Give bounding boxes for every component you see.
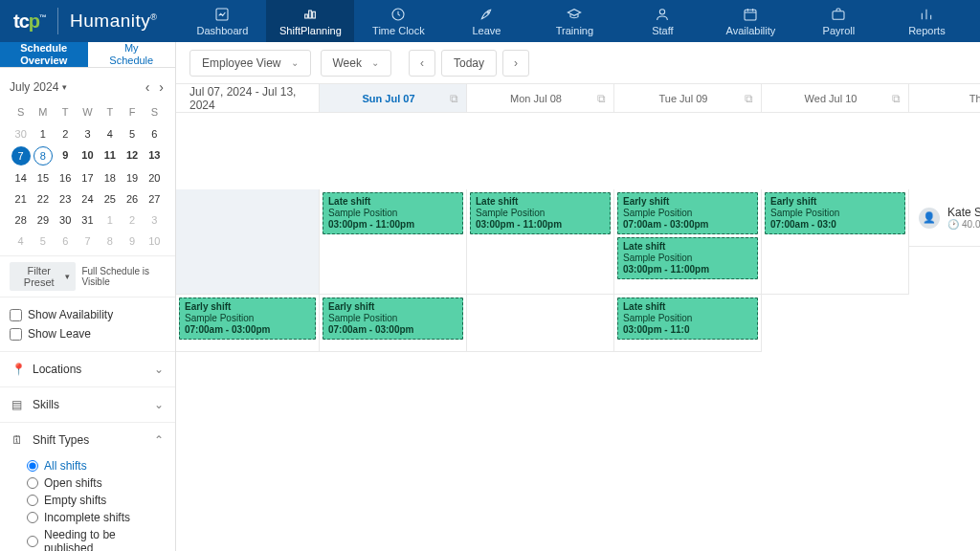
shift-type-radio[interactable]: Open shifts <box>27 474 164 492</box>
calendar-day[interactable]: 4 <box>99 123 121 144</box>
calendar-day[interactable]: 30 <box>10 123 32 144</box>
acc-locations[interactable]: 📍 Locations⌄ <box>0 352 175 386</box>
schedule-cell[interactable]: Early shiftSample Position07:00am - 03:0… <box>614 189 762 295</box>
calendar-day[interactable]: 8 <box>33 146 53 165</box>
calendar-day[interactable]: 21 <box>10 188 32 209</box>
shift-type-radio[interactable]: Incomplete shifts <box>27 509 164 526</box>
calendar-day[interactable]: 22 <box>32 188 54 209</box>
nav-dashboard[interactable]: Dashboard <box>178 0 266 42</box>
view-select[interactable]: Employee View⌄ <box>189 50 311 77</box>
schedule-cell[interactable]: Late shiftSample Position03:00pm - 11:00… <box>320 189 467 295</box>
nav-timeclock[interactable]: Time Clock <box>354 0 442 42</box>
shift-card[interactable]: Late shiftSample Position03:00pm - 11:0 <box>617 298 758 340</box>
calendar-day[interactable]: 24 <box>77 188 99 209</box>
tab-schedule-overview[interactable]: Schedule Overview <box>0 42 88 67</box>
show-availability-checkbox[interactable]: Show Availability <box>10 305 166 324</box>
calendar-day[interactable]: 29 <box>32 209 54 231</box>
calendar-day[interactable]: 31 <box>77 209 99 231</box>
nav-staff[interactable]: Staff <box>618 0 706 42</box>
calendar-day[interactable]: 2 <box>55 123 77 144</box>
calendar-day[interactable]: 14 <box>10 167 32 188</box>
calendar-day[interactable]: 8 <box>99 231 121 252</box>
calendar-day[interactable]: 25 <box>99 188 121 209</box>
briefcase-icon <box>831 7 846 22</box>
calendar-day[interactable]: 1 <box>32 123 54 144</box>
acc-skills[interactable]: ▤ Skills⌄ <box>0 386 175 422</box>
schedule-cell[interactable]: Early shiftSample Position07:00am - 03:0… <box>320 295 467 352</box>
calendar-day[interactable]: 5 <box>121 123 143 144</box>
day-header[interactable]: Sun Jul 07⧉ <box>320 84 467 113</box>
copy-icon[interactable]: ⧉ <box>450 92 458 105</box>
calendar-day[interactable]: 6 <box>55 231 77 252</box>
calendar-day[interactable]: 13 <box>144 144 166 167</box>
day-header[interactable]: Tue Jul 09⧉ <box>614 84 762 113</box>
schedule-cell[interactable]: Late shiftSample Position03:00pm - 11:0 <box>614 295 762 352</box>
calendar-next[interactable]: › <box>157 77 166 97</box>
calendar-day[interactable]: 10 <box>144 231 166 252</box>
calendar-day[interactable]: 5 <box>32 231 54 252</box>
filter-preset-button[interactable]: Filter Preset ▾ <box>10 262 76 291</box>
calendar-day[interactable]: 1 <box>99 209 121 231</box>
nav-reports[interactable]: Reports <box>882 0 970 42</box>
calendar-day[interactable]: 3 <box>77 123 99 144</box>
shift-type-radio[interactable]: Empty shifts <box>27 492 164 509</box>
calendar-month-label[interactable]: July 2024 ▾ <box>10 80 67 94</box>
schedule-cell[interactable]: Late shiftSample Position03:00pm - 11:00… <box>467 189 614 295</box>
calendar-day[interactable]: 28 <box>10 209 32 231</box>
calendar-day[interactable]: 15 <box>32 167 54 188</box>
today-button[interactable]: Today <box>441 50 497 77</box>
schedule-cell[interactable] <box>467 295 614 352</box>
calendar-prev[interactable]: ‹ <box>144 77 152 97</box>
next-period-button[interactable]: › <box>502 50 529 77</box>
calendar-day[interactable]: 2 <box>121 209 143 231</box>
nav-training[interactable]: Training <box>530 0 618 42</box>
shift-card[interactable]: Early shiftSample Position07:00am - 03:0… <box>617 192 758 234</box>
nav-leave[interactable]: Leave <box>442 0 530 42</box>
shift-type-radio[interactable]: All shifts <box>27 457 164 474</box>
nav-shiftplanning[interactable]: ShiftPlanning <box>266 0 354 42</box>
acc-shift-types[interactable]: 🗓 Shift Types⌃ <box>0 422 175 457</box>
copy-icon[interactable]: ⧉ <box>892 92 901 105</box>
schedule-cell[interactable]: Early shiftSample Position07:00am - 03:0… <box>176 295 320 352</box>
day-header[interactable]: Thu J <box>909 84 980 113</box>
tab-my-schedule[interactable]: My Schedule <box>88 42 176 67</box>
shift-card[interactable]: Early shiftSample Position07:00am - 03:0… <box>179 298 316 340</box>
nav-availability[interactable]: Availability <box>706 0 794 42</box>
shift-type-radio[interactable]: Needing to be published <box>27 526 164 551</box>
staff-row-label[interactable]: 👤Kate Stacey🕑 40.00 <box>909 189 980 247</box>
calendar-day[interactable]: 26 <box>121 188 143 209</box>
calendar-day[interactable]: 9 <box>55 144 77 167</box>
calendar-day[interactable]: 6 <box>144 123 166 144</box>
calendar-day[interactable]: 9 <box>121 231 143 252</box>
schedule-cell[interactable] <box>176 189 320 295</box>
shift-card[interactable]: Late shiftSample Position03:00pm - 11:00… <box>470 192 611 234</box>
day-header[interactable]: Wed Jul 10⧉ <box>762 84 909 113</box>
copy-icon[interactable]: ⧉ <box>745 92 753 105</box>
show-leave-checkbox[interactable]: Show Leave <box>10 324 166 343</box>
copy-icon[interactable]: ⧉ <box>597 92 606 105</box>
calendar-day[interactable]: 7 <box>11 146 31 165</box>
schedule-cell[interactable]: Early shiftSample Position07:00am - 03:0 <box>762 189 909 295</box>
nav-payroll[interactable]: Payroll <box>794 0 882 42</box>
day-header[interactable]: Mon Jul 08⧉ <box>467 84 614 113</box>
calendar-day[interactable]: 11 <box>99 144 121 167</box>
shift-card[interactable]: Late shiftSample Position03:00pm - 11:00… <box>617 237 758 279</box>
calendar-day[interactable]: 12 <box>121 144 143 167</box>
calendar-day[interactable]: 23 <box>55 188 77 209</box>
shift-card[interactable]: Early shiftSample Position07:00am - 03:0 <box>765 192 905 234</box>
shift-card[interactable]: Early shiftSample Position07:00am - 03:0… <box>323 298 463 340</box>
calendar-day[interactable]: 7 <box>77 231 99 252</box>
calendar-day[interactable]: 20 <box>144 167 166 188</box>
calendar-day[interactable]: 10 <box>77 144 99 167</box>
calendar-day[interactable]: 16 <box>55 167 77 188</box>
shift-card[interactable]: Late shiftSample Position03:00pm - 11:00… <box>323 192 463 234</box>
period-select[interactable]: Week⌄ <box>321 50 391 77</box>
calendar-day[interactable]: 18 <box>99 167 121 188</box>
calendar-day[interactable]: 19 <box>121 167 143 188</box>
calendar-day[interactable]: 30 <box>55 209 77 231</box>
calendar-day[interactable]: 27 <box>144 188 166 209</box>
prev-period-button[interactable]: ‹ <box>409 50 435 77</box>
calendar-day[interactable]: 17 <box>77 167 99 188</box>
calendar-day[interactable]: 3 <box>144 209 166 231</box>
calendar-day[interactable]: 4 <box>10 231 32 252</box>
